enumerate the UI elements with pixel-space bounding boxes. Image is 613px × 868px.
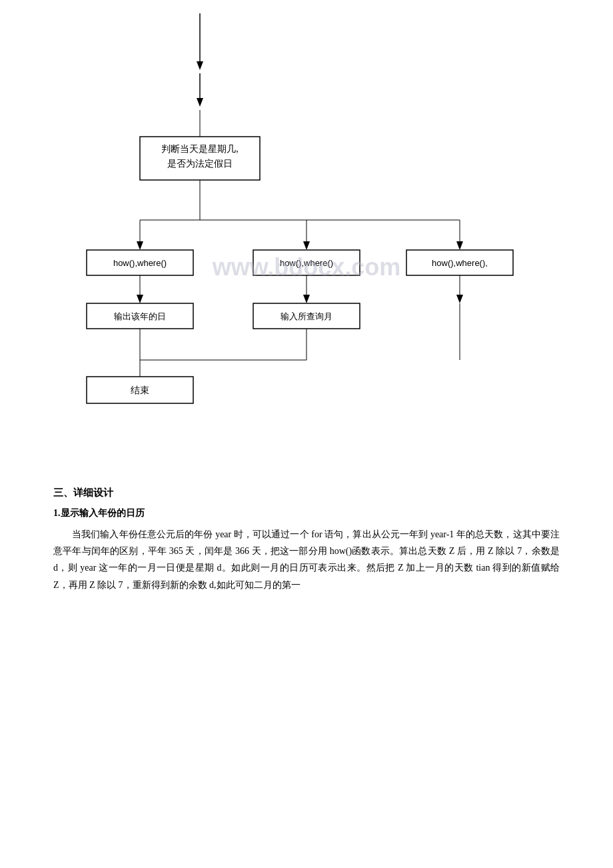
- svg-marker-9: [137, 241, 143, 250]
- branch1-top-label: how(),where(): [113, 258, 167, 268]
- decision-box-line2: 是否为法定假日: [167, 159, 233, 169]
- svg-marker-26: [456, 295, 463, 303]
- branch3-top-label: how(),where(),: [432, 258, 488, 268]
- branch1-bottom-label: 输出该年的日: [114, 311, 166, 321]
- branch2-top-label: how(),where(): [280, 258, 333, 268]
- branch2-bottom-label: 输入所查询月: [281, 311, 332, 321]
- svg-marker-12: [137, 295, 143, 303]
- svg-marker-23: [456, 241, 463, 250]
- flowchart-area: 判断当天是星期几, 是否为法定假日 how(),where() 输出该年的日: [53, 13, 560, 467]
- page-container: www.bdocx.com 判断当天是星期几, 是否为法定假日: [0, 0, 613, 868]
- paragraph1: 当我们输入年份任意公元后的年份 year 时，可以通过一个 for 语句，算出从…: [53, 526, 560, 593]
- svg-marker-19: [303, 295, 310, 303]
- svg-marker-1: [197, 61, 203, 70]
- svg-marker-16: [303, 241, 310, 250]
- end-box-label: 结束: [131, 385, 149, 395]
- svg-marker-3: [197, 98, 203, 107]
- decision-box-line1: 判断当天是星期几,: [161, 144, 239, 154]
- sub1-title: 1.显示输入年份的日历: [53, 507, 560, 519]
- section3-title: 三、详细设计: [53, 487, 560, 499]
- flowchart-svg: 判断当天是星期几, 是否为法定假日 how(),where() 输出该年的日: [60, 13, 553, 467]
